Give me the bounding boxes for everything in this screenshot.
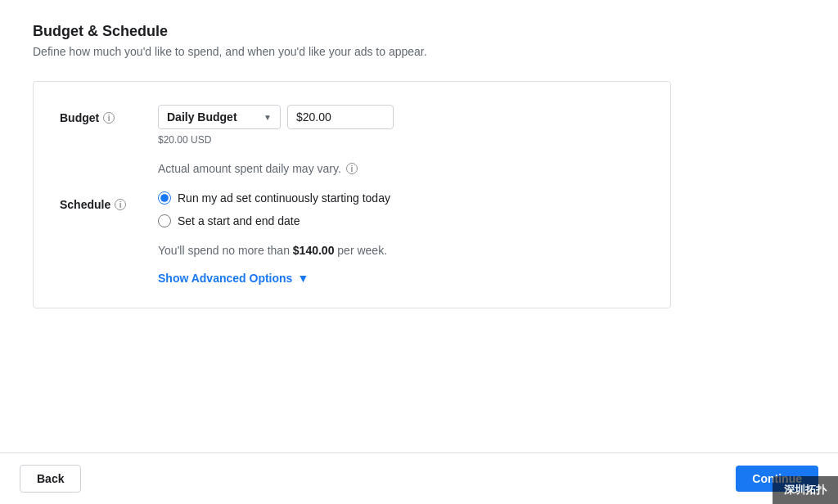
budget-row: Budget i Daily Budget ▼ $20.00 USD: [60, 105, 644, 146]
section-title: Budget & Schedule: [33, 23, 805, 40]
budget-usd-label: $20.00 USD: [158, 134, 394, 146]
actual-amount-info-icon[interactable]: i: [346, 163, 358, 174]
schedule-option-start-end[interactable]: Set a start and end date: [158, 214, 390, 227]
budget-controls: Daily Budget ▼: [158, 105, 394, 129]
schedule-radio-continuous[interactable]: [158, 191, 171, 205]
budget-controls-group: Daily Budget ▼ $20.00 USD: [158, 105, 394, 146]
budget-amount-input[interactable]: [287, 105, 394, 129]
schedule-info-icon[interactable]: i: [115, 199, 126, 210]
advanced-arrow-icon: ▼: [297, 272, 309, 285]
schedule-label: Schedule i: [60, 191, 158, 211]
show-advanced-link[interactable]: Show Advanced Options ▼: [158, 272, 644, 285]
schedule-option-continuous[interactable]: Run my ad set continuously starting toda…: [158, 191, 390, 205]
schedule-start-end-label: Set a start and end date: [178, 214, 300, 227]
spend-amount: $140.00: [293, 244, 335, 257]
spend-note: You'll spend no more than $140.00 per we…: [158, 244, 644, 257]
budget-dropdown-label: Daily Budget: [167, 110, 237, 124]
budget-info-icon[interactable]: i: [103, 112, 115, 124]
schedule-row: Schedule i Run my ad set continuously st…: [60, 191, 644, 227]
schedule-radio-start-end[interactable]: [158, 214, 171, 227]
actual-amount-note: Actual amount spent daily may vary. i: [158, 162, 644, 175]
watermark: 深圳拓扑: [773, 476, 838, 504]
footer-bar: Back Continue: [0, 452, 838, 504]
budget-type-dropdown[interactable]: Daily Budget ▼: [158, 105, 281, 129]
section-subtitle: Define how much you'd like to spend, and…: [33, 45, 805, 58]
budget-label: Budget i: [60, 105, 158, 124]
dropdown-arrow-icon: ▼: [264, 113, 272, 122]
schedule-options: Run my ad set continuously starting toda…: [158, 191, 390, 227]
schedule-continuous-label: Run my ad set continuously starting toda…: [178, 191, 390, 205]
budget-schedule-form: Budget i Daily Budget ▼ $20.00 USD Actua…: [33, 81, 671, 308]
back-button[interactable]: Back: [20, 465, 81, 493]
